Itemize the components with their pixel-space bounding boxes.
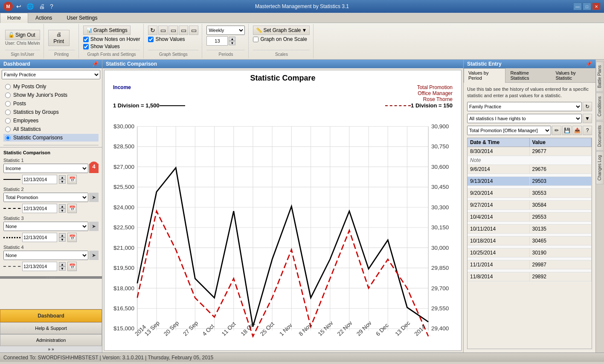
stat3-arrow-btn[interactable]: ➤ <box>89 222 99 231</box>
tab-home[interactable]: Home <box>0 13 28 23</box>
signin-group-label: Sign In/User <box>5 50 40 57</box>
period-down-btn[interactable]: ▼ <box>229 41 235 45</box>
stat1-cal-btn[interactable]: 📅 <box>67 175 77 184</box>
help-nav-btn[interactable]: Help & Support <box>0 322 102 334</box>
vert-tab-changes-log[interactable]: Changes Log <box>596 151 604 185</box>
right-refresh-btn[interactable]: ↻ <box>583 102 592 111</box>
admin-nav-btn[interactable]: Administration <box>0 334 102 346</box>
show-values-check[interactable] <box>83 44 89 49</box>
stat1-date-down[interactable]: ▼ <box>59 179 66 184</box>
pin-icon[interactable]: 📌 <box>92 61 99 67</box>
stat4-date-down[interactable]: ▼ <box>59 266 66 271</box>
right-practice-select[interactable]: Family Practice <box>467 102 582 111</box>
help-quick-btn[interactable]: ? <box>48 2 55 11</box>
radio-my-posts-input[interactable] <box>5 84 11 90</box>
stat-help-btn[interactable]: ? <box>583 126 592 135</box>
radio-employees[interactable]: Employees <box>3 117 99 124</box>
stat-export-btn[interactable]: 📤 <box>572 126 582 135</box>
stat4-date-up[interactable]: ▲ <box>59 262 66 266</box>
print-btn[interactable]: 🖨 Print <box>48 30 70 46</box>
stat4-arrow-btn[interactable]: ➤ <box>89 251 99 260</box>
maximize-btn[interactable]: □ <box>583 3 591 10</box>
stat2-arrow-btn[interactable]: ➤ <box>89 193 99 202</box>
tab-actions[interactable]: Actions <box>28 13 59 23</box>
stat4-date-input[interactable] <box>22 262 57 271</box>
dashboard-nav-btn[interactable]: Dashboard <box>0 309 102 322</box>
radio-stats-groups[interactable]: Statistics by Groups <box>3 108 99 116</box>
chart-labels: Income Total Promotion Office Manager Ro… <box>105 84 461 102</box>
chart-div-left: 1 Division = 1,500 <box>113 102 160 109</box>
stat4-select-row: None ➤ <box>3 251 99 260</box>
stat3-date-input[interactable] <box>22 233 57 242</box>
show-values-check2[interactable] <box>148 37 154 42</box>
show-values-row: Show Values <box>83 43 140 49</box>
web-btn[interactable]: 🌐 <box>25 2 35 11</box>
print-quick-btn[interactable]: 🖨 <box>37 2 46 11</box>
stat2-cal-btn[interactable]: 📅 <box>67 204 77 213</box>
stat3-date-up[interactable]: ▲ <box>59 233 66 237</box>
radio-posts-input[interactable] <box>5 101 11 107</box>
radio-posts[interactable]: Posts <box>3 100 99 107</box>
stat1-date-up[interactable]: ▲ <box>59 175 66 179</box>
stat1-select[interactable]: Income <box>3 164 88 173</box>
radio-show-juniors-input[interactable] <box>5 92 11 98</box>
stat2-date-up[interactable]: ▲ <box>59 204 66 208</box>
square4-icon-btn[interactable]: ▭ <box>189 26 198 35</box>
radio-my-posts[interactable]: My Posts Only <box>3 83 99 90</box>
period-num-input[interactable] <box>206 36 228 46</box>
graph-one-scale-check[interactable] <box>253 37 258 42</box>
radio-all-stats[interactable]: All Statistics <box>3 125 99 133</box>
stat3-date-down[interactable]: ▼ <box>59 237 66 242</box>
radio-stats-groups-input[interactable] <box>5 110 11 115</box>
show-notes-check[interactable] <box>83 37 89 42</box>
table-row-note <box>468 234 592 237</box>
radio-employees-input[interactable] <box>5 118 11 124</box>
radio-stat-compare[interactable]: Statistic Comparisons <box>3 134 99 142</box>
right-panel-pin[interactable]: 📌 <box>586 61 592 67</box>
resize-handle[interactable]: · · · · · <box>0 276 102 279</box>
stat2-select[interactable]: Total Promotion <box>3 193 88 202</box>
rights-arrow-btn[interactable]: ▼ <box>583 114 592 123</box>
right-rights-select[interactable]: All statistics I have rights to <box>467 114 582 123</box>
stat-save-btn[interactable]: 💾 <box>562 126 572 135</box>
square1-icon-btn[interactable]: ▭ <box>158 26 168 35</box>
stat4-select[interactable]: None <box>3 251 88 260</box>
close-btn[interactable]: ✕ <box>592 3 601 10</box>
stat4-cal-btn[interactable]: 📅 <box>67 262 77 271</box>
stat1-date-input[interactable] <box>22 175 57 184</box>
vert-tab-conditions[interactable]: Conditions <box>596 92 604 120</box>
stat4-label: Statistic 4 <box>3 245 99 250</box>
stat2-date-input[interactable] <box>22 204 57 213</box>
graph-settings-btn[interactable]: 📊 Graph Settings <box>83 26 131 35</box>
sign-out-btn[interactable]: 🔓 Sign Out <box>5 30 40 40</box>
ribbon-group-periods: Weekly Monthly Daily ▲ ▼ Periods <box>203 24 249 58</box>
stat-edit-btn[interactable]: ✏ <box>552 126 561 135</box>
sidebar-expand[interactable]: » » <box>0 346 102 352</box>
tab-user-settings[interactable]: User Settings <box>59 13 105 23</box>
tab-values-by-statistic[interactable]: Values by Statistic <box>551 68 595 82</box>
stat2-date-down[interactable]: ▼ <box>59 208 66 213</box>
tab-values-by-period[interactable]: Values by Period <box>464 68 505 83</box>
refresh-icon-btn[interactable]: ↻ <box>148 26 157 35</box>
minimize-btn[interactable]: — <box>573 3 582 10</box>
radio-show-juniors[interactable]: Show My Junior's Posts <box>3 91 99 99</box>
vert-tab-documents[interactable]: Documents <box>596 121 604 151</box>
radio-stat-compare-input[interactable] <box>5 135 11 141</box>
back-btn[interactable]: ↩ <box>15 2 23 11</box>
practice-select[interactable]: Family Practice <box>2 70 100 79</box>
vert-tab-battle-plans[interactable]: Battle Plans <box>596 61 604 92</box>
tab-realtime-stats[interactable]: Realtime Statistics <box>505 68 551 82</box>
square2-icon-btn[interactable]: ▭ <box>168 26 178 35</box>
stat3-cal-btn[interactable]: 📅 <box>67 233 77 242</box>
right-statistic-select[interactable]: Total Promotion [Office Manager] <box>467 126 551 135</box>
td-note <box>468 174 592 176</box>
square3-icon-btn[interactable]: ▭ <box>179 26 188 35</box>
period-select[interactable]: Weekly Monthly Daily <box>206 26 245 35</box>
stat1-arrow-btn[interactable]: ➤ 4 <box>89 164 99 173</box>
stat3-select[interactable]: None <box>3 222 88 231</box>
table-row-selected[interactable]: 9/13/2014 29503 <box>468 177 592 186</box>
radio-all-stats-input[interactable] <box>5 127 11 132</box>
table-body[interactable]: 8/30/2014 29677 Note 9/6/2014 29676 9/1 <box>467 147 592 349</box>
period-up-btn[interactable]: ▲ <box>229 37 235 41</box>
set-graph-scale-btn[interactable]: 📏 Set Graph Scale ▼ <box>253 26 310 35</box>
